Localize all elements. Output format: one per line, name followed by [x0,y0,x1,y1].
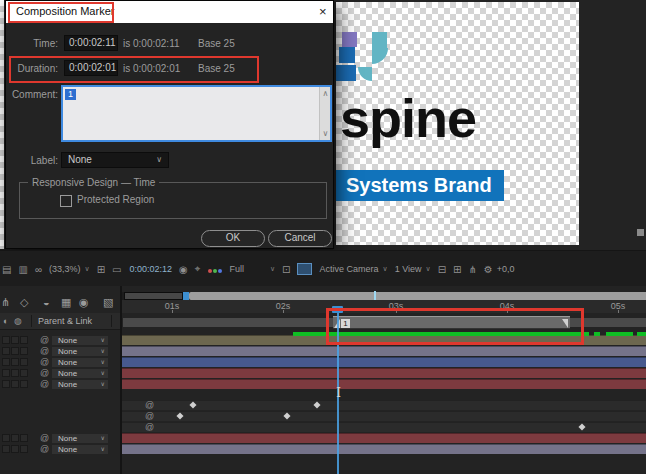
pickwhip-icon[interactable]: @ [40,444,49,455]
parent-link-dropdown[interactable]: None ∨ [52,369,108,378]
mask-path-visibility-icon[interactable]: ▭ [112,264,121,275]
ok-button[interactable]: OK [201,230,265,247]
preview-timecode[interactable]: 0:00:02:12 [130,264,173,274]
layer-duration-bar[interactable] [121,433,646,443]
timeline-layer-row: @ None ∨ [0,346,646,357]
layer-switch-cell[interactable] [20,369,28,377]
expression-pickwhip-icon[interactable]: @ [145,400,154,411]
mini-flowchart-icon[interactable]: ⋔ [468,264,476,275]
label-dropdown[interactable]: None ∨ [61,152,169,168]
property-row-track[interactable] [121,411,646,421]
property-row-track[interactable] [121,400,646,410]
layer-duration-bar[interactable] [121,368,646,378]
draft-3d-icon[interactable]: ◇ [20,296,28,309]
parent-link-dropdown[interactable]: None ∨ [52,358,108,367]
comment-textarea[interactable]: 1 ∧ ∨ [61,85,332,142]
scroll-down-icon[interactable]: ∨ [320,129,331,138]
show-channel-icon[interactable] [207,264,222,275]
property-row-track[interactable] [121,422,646,432]
comp-mini-flowchart-icon[interactable]: ⋔ [1,296,10,309]
comment-scrollbar[interactable]: ∧ ∨ [319,87,330,140]
timeline-navigator[interactable] [120,292,646,300]
parent-link-dropdown[interactable]: None ∨ [52,445,108,454]
transparency-grid-toggle[interactable] [297,263,312,275]
chevron-down-icon[interactable]: ∨ [383,265,388,273]
pickwhip-icon[interactable]: @ [40,335,49,346]
parent-link-dropdown[interactable]: None ∨ [52,380,108,389]
expression-pickwhip-icon[interactable]: @ [145,422,154,433]
layer-duration-bar[interactable] [121,379,646,389]
layer-switch-cell[interactable] [11,347,19,355]
snapshot-camera-icon[interactable]: ◉ [179,264,188,275]
graph-editor-icon[interactable]: ▧ [103,296,113,309]
layer-switch-cell[interactable] [2,380,10,388]
resolution-popup[interactable]: Full [229,264,244,274]
chevron-down-icon[interactable]: ∨ [85,265,90,273]
logo-mark-square [372,32,387,48]
shy-layers-icon[interactable]: ◒ [43,296,50,308]
layer-switch-cell[interactable] [20,434,28,442]
pickwhip-icon[interactable]: @ [40,433,49,444]
view-layout-popup[interactable]: 1 View [395,264,422,274]
vr-goggles-icon[interactable]: ∞ [35,264,42,275]
expression-pickwhip-icon[interactable]: @ [145,411,154,422]
layer-switch-cell[interactable] [2,358,10,366]
layer-duration-bar[interactable] [121,357,646,367]
frame-blending-icon[interactable]: ▦ [61,296,71,309]
layer-switch-cell[interactable] [11,369,19,377]
layer-switch-cell[interactable] [20,445,28,453]
parent-link-dropdown[interactable]: None ∨ [52,434,108,443]
protected-region-checkbox[interactable] [60,195,72,207]
screen-icon[interactable]: ▥ [18,264,27,275]
navigator-bar[interactable] [189,292,646,300]
layer-switch-cell[interactable] [20,347,28,355]
cancel-button[interactable]: Cancel [268,230,332,247]
timeline-layer-row: @ None ∨ [0,357,646,368]
chevron-down-icon[interactable]: ∨ [426,265,431,273]
layer-switch-cell[interactable] [2,369,10,377]
fast-previews-icon[interactable]: ⊞ [453,264,461,275]
grid-guides-icon[interactable]: ⊞ [97,264,105,275]
gear-icon[interactable]: ⚙ [484,264,493,275]
layer-duration-bar[interactable] [121,346,646,356]
motion-blur-icon[interactable]: ◉ [79,296,89,309]
layer-switch-cell[interactable] [11,445,19,453]
pickwhip-icon[interactable]: @ [40,357,49,368]
layer-switch-cell[interactable] [20,336,28,344]
monitor-icon[interactable]: ▤ [2,264,11,275]
chevron-down-icon: ∨ [101,336,105,345]
exposure-offset[interactable]: +0,0 [497,264,515,274]
pixel-aspect-icon[interactable]: ⊟ [438,264,446,275]
layer-duration-bar[interactable] [121,444,646,454]
close-icon[interactable]: × [319,4,327,19]
chevron-down-icon[interactable]: ∨ [270,265,275,273]
parent-link-value: None [58,380,77,389]
panel-divider[interactable] [120,286,122,474]
pickwhip-icon[interactable]: @ [40,368,49,379]
show-snapshot-icon[interactable]: ⌖ [195,263,201,275]
layer-switch-cell[interactable] [11,358,19,366]
cache-indicator-segment [594,332,600,336]
camera-view-popup[interactable]: Active Camera [319,264,378,274]
layer-switch-cell[interactable] [2,336,10,344]
layer-switch-cell[interactable] [11,380,19,388]
ruler-tick-mark [618,310,619,313]
magnification-ratio[interactable]: (33,3%) [49,264,81,274]
scrollbar-thumb[interactable] [637,229,644,236]
scroll-up-icon[interactable]: ∧ [320,89,331,98]
navigator-out-range[interactable] [124,292,183,300]
layer-switch-cell[interactable] [20,358,28,366]
layer-switch-cell[interactable] [11,336,19,344]
layer-switch-cell[interactable] [11,434,19,442]
parent-link-column-header[interactable]: Parent & Link [38,316,92,326]
layer-switch-cell[interactable] [2,347,10,355]
parent-link-dropdown[interactable]: None ∨ [52,347,108,356]
layer-switch-cell[interactable] [20,380,28,388]
time-input[interactable]: 0:00:02:11 [64,35,118,51]
layer-switch-cell[interactable] [2,434,10,442]
layer-switch-cell[interactable] [2,445,10,453]
region-of-interest-icon[interactable]: ⊡ [282,264,290,275]
pickwhip-icon[interactable]: @ [40,346,49,357]
pickwhip-icon[interactable]: @ [40,379,49,390]
parent-link-dropdown[interactable]: None ∨ [52,336,108,345]
